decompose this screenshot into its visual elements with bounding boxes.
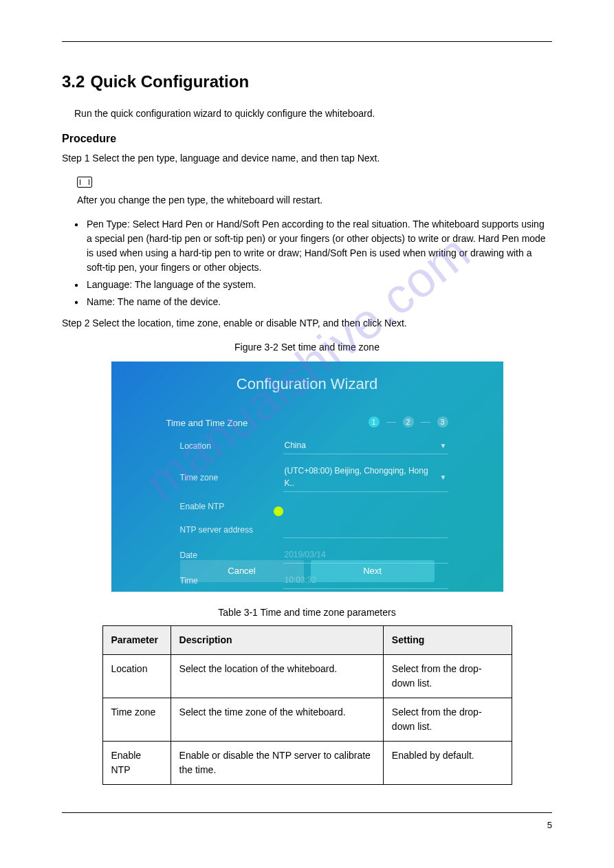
table-header-row: Parameter Description Setting (102, 626, 512, 655)
row-enable-ntp: Enable NTP (180, 500, 448, 513)
note-row (77, 175, 552, 188)
step-2-text: Step 2 Select the location, time zone, e… (62, 316, 552, 331)
bullet-list: Pen Type: Select Hard Pen or Hand/Soft P… (74, 217, 552, 309)
step-dot-2: 2 (403, 416, 414, 427)
wizard-section-label: Time and Time Zone (166, 416, 248, 430)
embedded-wizard-screenshot: Configuration Wizard Time and Time Zone … (111, 361, 503, 592)
bullet-name: Name: The name of the device. (74, 295, 552, 309)
wizard-title: Configuration Wizard (111, 361, 503, 395)
date-value: 2019/03/14 (285, 548, 326, 561)
page-number: 5 (62, 819, 552, 832)
section-heading: 3.2 Quick Configuration (62, 69, 552, 94)
cell-setting: Select from the drop-down list. (383, 655, 512, 698)
step-indicator: 1 2 3 (369, 416, 448, 427)
cell-desc: Select the time zone of the whiteboard. (171, 698, 383, 742)
timezone-dropdown[interactable]: (UTC+08:00) Beijing, Chongqing, Hong K..… (283, 463, 448, 492)
cell-setting: Select from the drop-down list. (383, 698, 512, 742)
intro-paragraph: Run the quick configuration wizard to qu… (74, 107, 552, 121)
table-row: Time zone Select the time zone of the wh… (102, 698, 512, 742)
cell-param: Enable NTP (102, 742, 171, 785)
bullet-pen-type: Pen Type: Select Hard Pen or Hand/Soft P… (74, 217, 552, 275)
th-description: Description (171, 626, 383, 655)
timezone-label: Time zone (180, 471, 283, 484)
wizard-buttons: Cancel Next (111, 560, 503, 582)
note-book-icon (77, 177, 92, 188)
bottom-horizontal-rule (62, 812, 552, 813)
next-button[interactable]: Next (311, 560, 435, 582)
bullet-language: Language: The language of the system. (74, 278, 552, 292)
chevron-down-icon: ▼ (440, 472, 447, 482)
location-label: Location (180, 440, 283, 452)
cell-param: Location (102, 655, 171, 698)
timezone-value: (UTC+08:00) Beijing, Chongqing, Hong K.. (285, 465, 440, 489)
th-setting: Setting (383, 626, 512, 655)
row-ntp-address: NTP server address (180, 521, 448, 538)
ntp-address-label: NTP server address (180, 524, 283, 536)
cell-desc: Enable or disable the NTP server to cali… (171, 742, 383, 785)
step-1-text: Step 1 Select the pen type, language and… (62, 151, 552, 166)
table-row: Enable NTP Enable or disable the NTP ser… (102, 742, 512, 785)
ntp-address-input[interactable] (283, 521, 448, 538)
cell-setting: Enabled by default. (383, 742, 512, 785)
table-row: Location Select the location of the whit… (102, 655, 512, 698)
top-horizontal-rule (62, 41, 552, 42)
note-text: After you change the pen type, the white… (77, 193, 552, 208)
cell-param: Time zone (102, 698, 171, 742)
section-number: 3.2 (62, 69, 85, 94)
table-caption: Table 3-1 Time and time zone parameters (62, 605, 552, 620)
step-dot-3: 3 (437, 416, 448, 427)
row-location: Location China ▼ (180, 437, 448, 454)
chevron-down-icon: ▼ (440, 441, 447, 451)
step-line (421, 422, 430, 423)
step-line (386, 422, 396, 423)
ntp-label: Enable NTP (180, 500, 283, 513)
figure-caption: Figure 3-2 Set time and time zone (62, 340, 552, 355)
parameters-table: Parameter Description Setting Location S… (102, 625, 512, 785)
location-dropdown[interactable]: China ▼ (283, 437, 448, 454)
date-label: Date (180, 549, 283, 561)
cell-desc: Select the location of the whiteboard. (171, 655, 383, 698)
row-timezone: Time zone (UTC+08:00) Beijing, Chongqing… (180, 463, 448, 492)
section-title-text: Quick Configuration (90, 69, 249, 94)
procedure-heading: Procedure (62, 131, 552, 147)
cancel-button[interactable]: Cancel (180, 560, 304, 582)
location-value: China (285, 439, 306, 452)
step-dot-1: 1 (369, 416, 380, 427)
th-parameter: Parameter (102, 626, 171, 655)
